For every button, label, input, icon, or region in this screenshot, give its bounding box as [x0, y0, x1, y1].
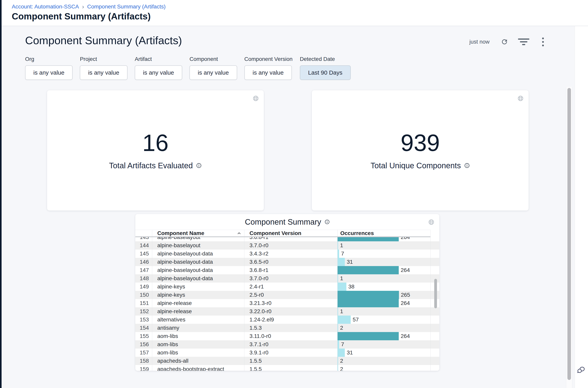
row-index: 146 — [135, 258, 152, 266]
table-row[interactable]: 149 alpine-keys 2.4-r1 38 — [135, 283, 439, 291]
page-scrollbar-thumb[interactable] — [567, 88, 571, 380]
row-spacer — [431, 365, 439, 371]
cell-occurrences: 7 — [337, 250, 431, 258]
column-header-occurrences[interactable]: Occurrences — [337, 230, 431, 236]
collapsed-nav-rail[interactable] — [0, 0, 1, 388]
table-row[interactable]: 143 alpine-baselayout 3.6.8-r1 264 — [135, 237, 439, 241]
stat-value: 16 — [142, 131, 169, 155]
row-spacer — [431, 258, 439, 266]
cell-component-version: 2.5-r0 — [244, 291, 337, 299]
cell-occurrences: 31 — [337, 258, 431, 266]
cell-occurrences: 7 — [337, 340, 431, 349]
cell-occurrences: 1 — [337, 307, 431, 315]
table-row[interactable]: 147 alpine-baselayout-data 3.6.8-r1 264 — [135, 266, 439, 274]
occurrence-bar — [338, 340, 339, 349]
cell-component-name: alpine-baselayout-data — [152, 250, 244, 258]
occurrence-value: 2 — [340, 325, 343, 331]
table-row[interactable]: 146 alpine-baselayout-data 3.6.5-r0 31 — [135, 258, 439, 266]
cell-occurrences: 1 — [337, 274, 431, 283]
cell-component-version: 2.4-r1 — [244, 283, 337, 291]
refresh-button[interactable] — [500, 38, 509, 46]
stat-card-body: 939 Total Unique Components — [312, 90, 529, 211]
support-chat-button[interactable] — [576, 365, 586, 375]
filter-group-org: Org is any value — [25, 56, 73, 80]
occurrence-value: 2 — [340, 366, 343, 371]
occurrence-value: 264 — [401, 300, 410, 306]
info-icon[interactable] — [464, 163, 470, 169]
breadcrumb-page-link[interactable]: Component Summary (Artifacts) — [87, 3, 166, 10]
table-row[interactable]: 156 aom-libs 3.7.1-r0 7 — [135, 340, 439, 349]
cell-occurrences: 2 — [337, 365, 431, 371]
filter-value-button-artifact[interactable]: is any value — [135, 65, 182, 80]
table-row[interactable]: 154 antisamy 1.5.3 2 — [135, 324, 439, 332]
occurrence-bar — [338, 324, 338, 332]
filter-group-detected-date: Detected Date Last 90 Days — [300, 56, 351, 80]
column-header-component-name[interactable]: Component Name — [152, 230, 244, 236]
cell-component-name: antisamy — [152, 324, 244, 332]
occurrence-value: 264 — [401, 333, 410, 339]
cell-occurrences: 264 — [337, 299, 431, 307]
dashboard-actions-menu-button[interactable] — [539, 38, 547, 46]
info-icon[interactable] — [196, 163, 202, 169]
row-index: 153 — [135, 315, 152, 324]
occurrence-value: 7 — [341, 251, 344, 257]
table-row[interactable]: 148 alpine-baselayout-data 3.7.0-r0 1 — [135, 274, 439, 283]
filter-value-button-org[interactable]: is any value — [25, 65, 73, 80]
filter-value-button-component[interactable]: is any value — [190, 65, 237, 80]
cell-component-name: alpine-baselayout — [152, 241, 244, 250]
cell-component-version: 3.11.0-r0 — [244, 332, 337, 340]
row-spacer — [431, 266, 439, 274]
cell-component-name: alpine-baselayout-data — [152, 274, 244, 283]
last-refreshed-text: just now — [469, 39, 490, 45]
filter-label: Detected Date — [300, 56, 351, 62]
page-header: Account: Automation-SSCA › Component Sum… — [1, 0, 588, 26]
table-row[interactable]: 145 alpine-baselayout-data 3.4.3-r2 7 — [135, 250, 439, 258]
cell-occurrences: 31 — [337, 349, 431, 357]
occurrence-value: 1 — [340, 308, 343, 315]
cell-component-name: alpine-keys — [152, 283, 244, 291]
table-row[interactable]: 144 alpine-baselayout 3.7.0-r0 1 — [135, 241, 439, 250]
table-row[interactable]: 155 aom-libs 3.11.0-r0 264 — [135, 332, 439, 340]
cell-component-version: 1.5.5 — [244, 365, 337, 371]
filter-value-button-component-version[interactable]: is any value — [244, 65, 292, 80]
cell-occurrences: 265 — [337, 291, 431, 299]
row-spacer — [431, 349, 439, 357]
dashboard-filters-button[interactable] — [519, 38, 528, 46]
globe-icon[interactable] — [428, 219, 435, 225]
column-header-component-version[interactable]: Component Version — [244, 230, 337, 236]
cell-component-version: 3.21.3-r0 — [244, 299, 337, 307]
cell-component-version: 1.24-2.el9 — [244, 315, 337, 324]
cell-occurrences: 38 — [337, 283, 431, 291]
cell-component-version: 3.6.5-r0 — [244, 258, 337, 266]
stat-value: 939 — [400, 131, 440, 155]
table-row[interactable]: 151 alpine-release 3.21.3-r0 264 — [135, 299, 439, 307]
page-title: Component Summary (Artifacts) — [12, 11, 151, 22]
filter-value-button-detected-date[interactable]: Last 90 Days — [300, 65, 351, 80]
filter-label: Org — [25, 56, 73, 62]
table-row[interactable]: 157 aom-libs 3.9.1-r0 31 — [135, 349, 439, 357]
breadcrumb-account-link[interactable]: Account: Automation-SSCA — [12, 3, 79, 10]
cell-component-name: alpine-baselayout-data — [152, 258, 244, 266]
app-window: Account: Automation-SSCA › Component Sum… — [0, 0, 588, 388]
table-row[interactable]: 158 apacheds-all 1.5.5 2 — [135, 357, 439, 365]
refresh-icon — [501, 38, 508, 46]
occurrence-bar — [338, 291, 399, 299]
info-icon[interactable] — [324, 219, 330, 225]
table-row[interactable]: 153 alternatives 1.24-2.el9 57 — [135, 315, 439, 324]
row-index: 144 — [135, 241, 152, 250]
chat-bubbles-icon — [576, 365, 586, 375]
stat-label-text: Total Artifacts Evaluated — [109, 161, 193, 170]
row-spacer — [431, 332, 439, 340]
cell-component-version: 3.7.1-r0 — [244, 340, 337, 349]
table-row[interactable]: 159 apacheds-bootstrap-extract 1.5.5 2 — [135, 365, 439, 371]
filter-value-button-project[interactable]: is any value — [80, 65, 127, 80]
filter-group-component: Component is any value — [190, 56, 237, 80]
table-scrollbar-thumb[interactable] — [434, 279, 437, 308]
row-index: 151 — [135, 299, 152, 307]
row-spacer — [431, 324, 439, 332]
row-index: 150 — [135, 291, 152, 299]
table-row[interactable]: 152 alpine-release 3.22.0-r0 1 — [135, 307, 439, 315]
cell-component-version: 3.9.1-r0 — [244, 349, 337, 357]
cell-component-name: alpine-release — [152, 299, 244, 307]
table-row[interactable]: 150 alpine-keys 2.5-r0 265 — [135, 291, 439, 299]
